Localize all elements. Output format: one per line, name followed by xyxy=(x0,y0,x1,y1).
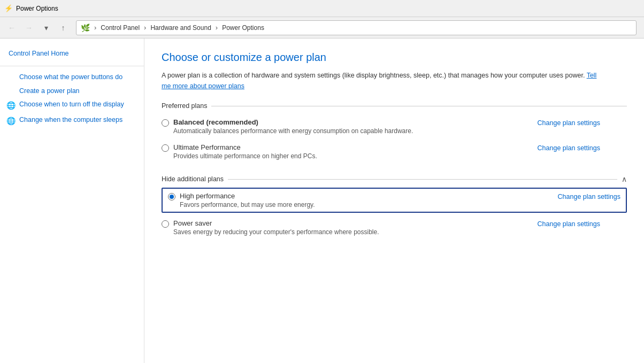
main-container: Control Panel Home Choose what the power… xyxy=(0,38,644,363)
sidebar-sleep-label: Change when the computer sleeps xyxy=(19,115,122,125)
plan-item-power-saver: Power saver Saves energy by reducing you… xyxy=(162,215,600,240)
sidebar-item-power-buttons[interactable]: Choose what the power buttons do xyxy=(0,71,144,84)
up-button[interactable]: ↑ xyxy=(56,20,71,35)
plan-desc-balanced: Automatically balances performance with … xyxy=(173,127,413,135)
plan-item-ultimate: Ultimate Performance Provides ultimate p… xyxy=(162,139,600,164)
sidebar-item-turn-off-display[interactable]: 🌐 Choose when to turn off the display xyxy=(0,98,144,113)
plan-item-balanced: Balanced (recommended) Automatically bal… xyxy=(162,114,600,139)
title-bar-text: Power Options xyxy=(16,5,58,12)
preferred-plans-header: Preferred plans xyxy=(162,102,627,110)
description-text: A power plan is a collection of hardware… xyxy=(162,72,587,79)
breadcrumb-power-options: Power Options xyxy=(222,24,264,32)
sidebar: Control Panel Home Choose what the power… xyxy=(0,38,144,363)
plan-name-ultimate: Ultimate Performance xyxy=(173,143,317,151)
plan-action-high-performance[interactable]: Change plan settings xyxy=(558,193,620,200)
additional-plans-header: Hide additional plans ∧ xyxy=(162,175,627,183)
breadcrumb-control-panel[interactable]: Control Panel xyxy=(101,24,140,32)
sidebar-item-create-plan[interactable]: Create a power plan xyxy=(0,84,144,98)
address-bar-icon: 🌿 xyxy=(81,24,90,32)
page-title: Choose or customize a power plan xyxy=(162,51,627,64)
sidebar-item-computer-sleeps[interactable]: 🌐 Change when the computer sleeps xyxy=(0,113,144,129)
plan-item-high-performance-container: High performance Favors performance, but… xyxy=(162,188,627,213)
radio-balanced[interactable] xyxy=(162,119,169,127)
title-bar-icon: ⚡ xyxy=(4,4,13,13)
forward-button[interactable]: → xyxy=(21,20,36,35)
sidebar-sleep-icon: 🌐 xyxy=(6,116,16,127)
plan-action-power-saver[interactable]: Change plan settings xyxy=(538,220,600,228)
title-bar: ⚡ Power Options xyxy=(0,0,644,17)
plan-desc-power-saver: Saves energy by reducing your computer's… xyxy=(173,228,379,236)
sidebar-display-label: Choose when to turn off the display xyxy=(19,100,124,110)
additional-plans-line xyxy=(228,179,617,180)
sidebar-home-label: Control Panel Home xyxy=(9,50,69,57)
plan-name-balanced: Balanced (recommended) xyxy=(173,118,413,126)
plan-item-high-performance: High performance Favors performance, but… xyxy=(168,192,620,208)
content-area: Choose or customize a power plan A power… xyxy=(144,38,644,363)
sidebar-power-buttons-label: Choose what the power buttons do xyxy=(19,73,122,82)
sidebar-divider-1 xyxy=(0,66,144,66)
plan-desc-ultimate: Provides ultimate performance on higher … xyxy=(173,152,317,160)
nav-bar: ← → ▾ ↑ 🌿 › Control Panel › Hardware and… xyxy=(0,17,644,38)
additional-plans-title: Hide additional plans xyxy=(162,175,224,183)
sidebar-item-home[interactable]: Control Panel Home xyxy=(0,47,144,61)
plan-desc-high-performance: Favors performance, but may use more ene… xyxy=(180,201,315,208)
dropdown-button[interactable]: ▾ xyxy=(39,20,53,35)
plan-name-power-saver: Power saver xyxy=(173,219,379,227)
page-description: A power plan is a collection of hardware… xyxy=(162,70,600,91)
address-bar: 🌿 › Control Panel › Hardware and Sound ›… xyxy=(76,20,637,35)
preferred-plans-line xyxy=(211,106,627,106)
breadcrumb-hardware-sound[interactable]: Hardware and Sound xyxy=(150,24,211,32)
plan-name-high-performance: High performance xyxy=(180,192,315,200)
preferred-plans-title: Preferred plans xyxy=(162,102,207,110)
chevron-up-icon[interactable]: ∧ xyxy=(622,175,627,183)
plan-action-balanced[interactable]: Change plan settings xyxy=(538,119,600,127)
sidebar-display-icon: 🌐 xyxy=(6,101,16,111)
sidebar-create-plan-label: Create a power plan xyxy=(19,87,80,96)
radio-power-saver[interactable] xyxy=(162,220,169,228)
back-button[interactable]: ← xyxy=(4,20,19,35)
plan-action-ultimate[interactable]: Change plan settings xyxy=(538,144,600,152)
radio-high-performance[interactable] xyxy=(168,193,175,200)
radio-ultimate[interactable] xyxy=(162,144,169,152)
